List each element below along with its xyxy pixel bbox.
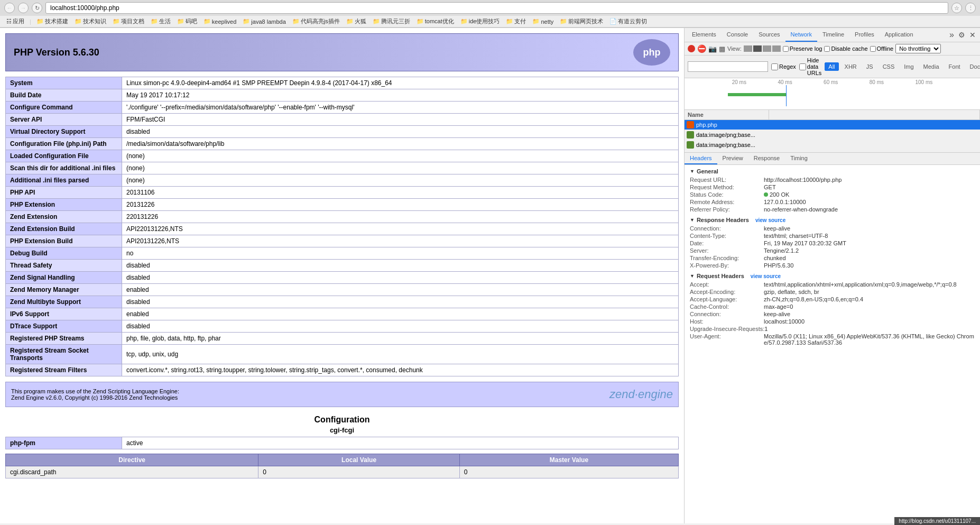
timeline-bar-area	[716, 85, 948, 106]
row-val: php, file, glob, data, http, ftp, phar	[122, 333, 679, 345]
php-header: PHP Version 5.6.30 php	[5, 33, 679, 71]
request-view-source[interactable]: view source	[751, 273, 781, 279]
tab-elements[interactable]: Elements	[687, 28, 722, 42]
address-bar[interactable]	[45, 2, 948, 14]
type-filter-doc[interactable]: Doc	[966, 62, 980, 71]
response-view-source[interactable]: view source	[755, 217, 785, 223]
response-header-rows: Connection:keep-aliveContent-Type:text/h…	[690, 225, 975, 269]
tab-profiles[interactable]: Profiles	[849, 28, 880, 42]
zend-logo: zend·engine	[609, 388, 673, 401]
bookmark-7[interactable]: 📁 java8 lambda	[241, 17, 288, 25]
detail-tab-response[interactable]: Response	[748, 153, 785, 164]
table-row: Thread Safetydisabled	[6, 260, 679, 272]
bookmark-11[interactable]: 📁 tomcat优化	[414, 17, 456, 26]
reload-button[interactable]: ↻	[32, 3, 42, 13]
hide-data-checkbox[interactable]	[799, 63, 806, 70]
tab-application[interactable]: Application	[880, 28, 919, 42]
view-icon-2[interactable]	[753, 45, 762, 52]
request-headers-header[interactable]: Request Headers view source	[690, 273, 975, 279]
disable-cache-checkbox[interactable]	[824, 46, 830, 52]
list-item[interactable]: data:image/png;base...	[685, 140, 980, 150]
filter-button[interactable]: ▩	[719, 45, 725, 53]
bookmark-3[interactable]: 📁 项目文档	[110, 17, 146, 26]
type-filter-css[interactable]: CSS	[879, 62, 899, 71]
type-filter-xhr[interactable]: XHR	[841, 62, 861, 71]
table-row: Zend Multibyte Supportdisabled	[6, 296, 679, 308]
detail-tab-preview[interactable]: Preview	[717, 153, 748, 164]
detail-key: Content-Type:	[690, 233, 764, 239]
bookmark-2[interactable]: 📁 技术知识	[72, 17, 108, 26]
view-icon-4[interactable]	[772, 45, 781, 52]
offline-checkbox[interactable]	[870, 46, 876, 52]
devtools-close-button[interactable]: ✕	[967, 29, 978, 41]
filter-input[interactable]	[688, 61, 768, 72]
bookmark-15[interactable]: 📁 前端网页技术	[558, 17, 605, 26]
back-button[interactable]: ←	[4, 3, 15, 13]
type-filter-all[interactable]: All	[825, 62, 838, 71]
type-filter-js[interactable]: JS	[863, 62, 877, 71]
bookmark-4[interactable]: 📁 生活	[149, 17, 173, 26]
list-item[interactable]: php.php	[685, 120, 980, 130]
devtools-settings[interactable]: ⚙	[956, 29, 967, 41]
bookmark-5[interactable]: 📁 码吧	[175, 17, 199, 26]
row-key: Configure Command	[6, 102, 122, 114]
bookmark-12[interactable]: 📁 ide使用技巧	[458, 17, 502, 26]
detail-row: Transfer-Encoding:chunked	[690, 255, 975, 261]
record-button[interactable]	[688, 45, 695, 52]
detail-key: Request Method:	[690, 184, 764, 190]
view-icon-1[interactable]	[744, 45, 752, 52]
tab-console[interactable]: Console	[722, 28, 753, 42]
timeline-label: 60 ms	[824, 79, 838, 85]
camera-button[interactable]: 📷	[708, 45, 717, 53]
preserve-log-checkbox[interactable]	[783, 46, 789, 52]
detail-tab-timing[interactable]: Timing	[785, 153, 813, 164]
view-label: View:	[727, 45, 742, 52]
detail-tab-headers[interactable]: Headers	[685, 153, 717, 164]
tab-sources[interactable]: Sources	[753, 28, 785, 42]
bookmark-16[interactable]: 📄 有道云剪切	[607, 17, 649, 26]
request-list: Name php.phpdata:image/png;base...data:i…	[685, 110, 980, 152]
type-filter-font[interactable]: Font	[945, 62, 964, 71]
bookmark-bar: ☷ 应用 | 📁 技术搭建 📁 技术知识 📁 项目文档 📁 生活 📁 码吧 📁 …	[0, 16, 980, 27]
bookmark-10[interactable]: 📁 腾讯元三折	[371, 17, 412, 26]
bookmark-6[interactable]: 📁 keeplived	[201, 17, 238, 25]
general-header[interactable]: General	[690, 168, 975, 174]
detail-row: User-Agent:Mozilla/5.0 (X11; Linux x86_6…	[690, 333, 975, 346]
list-item[interactable]: data:image/png;base...	[685, 130, 980, 140]
type-filters: AllXHRJSCSSImgMediaFontDocWSManifestOthe…	[825, 62, 980, 71]
timeline-cursor	[786, 85, 787, 106]
detail-content: General Request URL:http://localhost:100…	[685, 165, 980, 353]
bookmark-9[interactable]: 📁 火狐	[344, 17, 368, 26]
bookmark-1[interactable]: 📁 技术搭建	[34, 17, 70, 26]
col-status-header	[769, 110, 980, 119]
forward-button[interactable]: →	[18, 3, 29, 13]
request-icon	[687, 131, 694, 139]
view-icon-3[interactable]	[763, 45, 771, 52]
general-rows: Request URL:http://localhost:10000/php.p…	[690, 177, 975, 213]
detail-row: Request Method:GET	[690, 184, 975, 190]
detail-row: Connection:keep-alive	[690, 225, 975, 232]
view-icons	[744, 45, 781, 52]
bookmark-13[interactable]: 📁 支付	[504, 17, 528, 26]
bookmark-button[interactable]: ☆	[951, 3, 962, 13]
row-val: convert.iconv.*, string.rot13, string.to…	[122, 364, 679, 376]
more-tabs-button[interactable]: »	[947, 28, 956, 42]
tab-timeline[interactable]: Timeline	[817, 28, 849, 42]
type-filter-media[interactable]: Media	[920, 62, 943, 71]
bookmark-apps[interactable]: ☷ 应用	[4, 17, 26, 26]
table-row: Configuration File (php.ini) Path/media/…	[6, 138, 679, 150]
bookmark-14[interactable]: 📁 netty	[530, 17, 556, 25]
bookmark-8[interactable]: 📁 代码高亮js插件	[290, 17, 342, 26]
table-row: Registered PHP Streamsphp, file, glob, d…	[6, 333, 679, 345]
col-name-header: Name	[685, 110, 769, 119]
row-key: Registered Stream Filters	[6, 364, 122, 376]
phpinfo-table: SystemLinux simon-pc 4.9.0-deepin4-amd64…	[5, 77, 679, 376]
regex-checkbox[interactable]	[771, 63, 778, 70]
tab-network[interactable]: Network	[785, 28, 817, 42]
response-headers-header[interactable]: Response Headers view source	[690, 217, 975, 223]
timeline-label: 80 ms	[870, 79, 884, 85]
type-filter-img[interactable]: Img	[900, 62, 917, 71]
throttle-select[interactable]: No throttling	[895, 44, 941, 53]
clear-button[interactable]: ⛔	[697, 44, 706, 53]
menu-button[interactable]: ⋮	[965, 3, 976, 13]
